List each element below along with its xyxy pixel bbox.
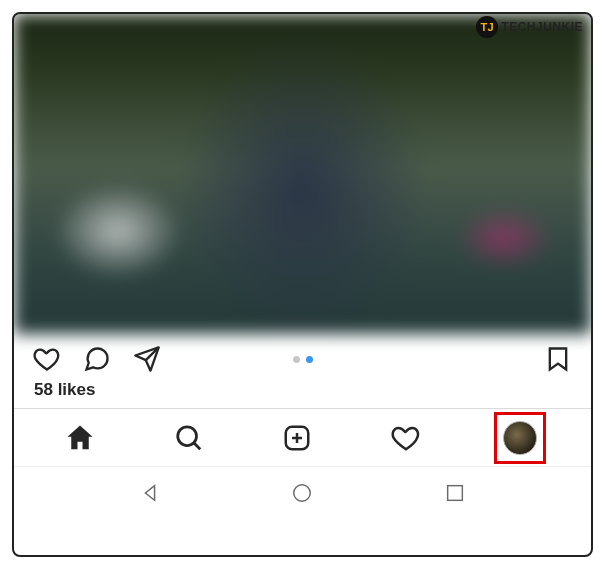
home-icon xyxy=(65,423,95,453)
system-back-button[interactable] xyxy=(136,479,164,507)
bookmark-icon xyxy=(544,345,572,373)
plus-square-icon xyxy=(282,423,312,453)
tab-activity[interactable] xyxy=(385,417,427,459)
comment-button[interactable] xyxy=(82,344,112,374)
svg-line-1 xyxy=(194,443,200,449)
share-button[interactable] xyxy=(132,344,162,374)
carousel-dot-active xyxy=(306,356,313,363)
send-icon xyxy=(133,345,161,373)
bottom-tab-bar xyxy=(14,408,591,466)
circle-home-icon xyxy=(291,482,313,504)
svg-point-5 xyxy=(294,484,311,501)
carousel-dot xyxy=(293,356,300,363)
triangle-back-icon xyxy=(139,482,161,504)
tab-create[interactable] xyxy=(276,417,318,459)
app-frame: TJ TECHJUNKIE xyxy=(12,12,593,557)
watermark: TJ TECHJUNKIE xyxy=(476,16,583,38)
watermark-badge: TJ xyxy=(476,16,498,38)
watermark-text: TECHJUNKIE xyxy=(501,20,583,34)
post-photo[interactable] xyxy=(14,14,591,334)
comment-icon xyxy=(83,345,111,373)
tab-profile[interactable] xyxy=(503,421,537,455)
tab-home[interactable] xyxy=(59,417,101,459)
android-system-nav xyxy=(14,466,591,518)
action-left-group xyxy=(32,344,162,374)
svg-rect-6 xyxy=(447,485,462,500)
tab-search[interactable] xyxy=(168,417,210,459)
heart-outline-icon xyxy=(391,423,421,453)
svg-point-0 xyxy=(178,426,197,445)
likes-count[interactable]: 58 likes xyxy=(14,378,591,408)
search-icon xyxy=(174,423,204,453)
system-home-button[interactable] xyxy=(288,479,316,507)
tab-profile-highlight xyxy=(494,412,546,464)
avatar-icon xyxy=(503,421,537,455)
post-action-bar xyxy=(14,334,591,378)
square-recent-icon xyxy=(444,482,466,504)
system-recent-button[interactable] xyxy=(441,479,469,507)
carousel-indicator xyxy=(293,356,313,363)
heart-icon xyxy=(33,345,61,373)
save-button[interactable] xyxy=(543,344,573,374)
like-button[interactable] xyxy=(32,344,62,374)
